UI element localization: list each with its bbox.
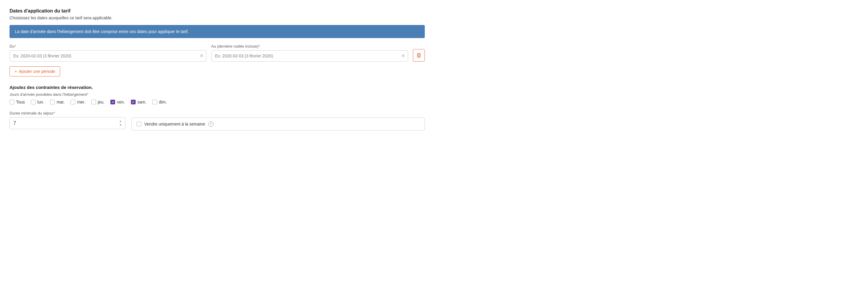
spinner-buttons: ▲ ▼ — [118, 120, 123, 127]
main-container: Dates d'application du tarif Choisissez … — [0, 0, 434, 139]
day-checkbox-mer[interactable] — [70, 100, 75, 104]
day-checkbox-tous[interactable] — [9, 100, 14, 104]
spinner-up[interactable]: ▲ — [118, 120, 123, 123]
day-label-lun: lun. — [37, 100, 44, 104]
day-label-jeu: jeu. — [98, 100, 105, 104]
au-clear-icon[interactable]: ✕ — [401, 54, 405, 58]
day-item-dim[interactable]: dim. — [152, 100, 166, 104]
day-checkbox-ven[interactable] — [111, 100, 115, 104]
sell-weekly-checkbox[interactable] — [136, 122, 141, 126]
day-label-tous: Tous — [16, 100, 25, 104]
duration-field: Durée minimale du séjour* ▲ ▼ — [9, 111, 126, 129]
au-label: Au (dernière nuitée incluse)* — [211, 44, 408, 48]
days-row: Touslun.mar.mer.jeu.ven.sam.dim. — [9, 100, 425, 104]
au-required: * — [258, 44, 260, 48]
sell-weekly-label: Vendre uniquement à la semaine — [144, 122, 205, 126]
arrival-required: * — [87, 92, 88, 97]
day-item-tous[interactable]: Tous — [9, 100, 25, 104]
add-period-button[interactable]: + Ajouter une période — [9, 66, 60, 76]
spinner-down[interactable]: ▼ — [118, 124, 123, 127]
sell-weekly-field[interactable]: Vendre uniquement à la semaine ? — [131, 118, 425, 131]
day-checkbox-mar[interactable] — [50, 100, 55, 104]
help-icon[interactable]: ? — [208, 121, 214, 127]
add-period-label: Ajouter une période — [19, 69, 55, 74]
day-item-sam[interactable]: sam. — [131, 100, 146, 104]
trash-icon — [416, 53, 421, 58]
au-field: Au (dernière nuitée incluse)* ✕ — [211, 44, 408, 62]
day-checkbox-jeu[interactable] — [91, 100, 96, 104]
duration-input[interactable] — [9, 117, 126, 129]
day-item-lun[interactable]: lun. — [31, 100, 44, 104]
section-subtitle: Choisissez les dates auxquelles ce tarif… — [9, 15, 425, 20]
day-label-mar: mar. — [57, 100, 65, 104]
du-input-wrapper: ✕ — [9, 50, 207, 62]
arrival-days-label: Jours d'arrivée possibles dans l'héberge… — [9, 92, 425, 97]
du-field: Du* ✕ — [9, 44, 207, 62]
au-input-wrapper: ✕ — [211, 50, 408, 62]
day-label-dim: dim. — [159, 100, 166, 104]
day-checkbox-sam[interactable] — [131, 100, 136, 104]
du-input[interactable] — [9, 50, 207, 62]
au-input[interactable] — [211, 50, 408, 62]
du-required: * — [14, 44, 16, 48]
day-label-ven: ven. — [117, 100, 125, 104]
day-label-sam: sam. — [137, 100, 146, 104]
day-checkbox-dim[interactable] — [152, 100, 157, 104]
duration-input-wrapper: ▲ ▼ — [9, 117, 126, 129]
day-item-ven[interactable]: ven. — [111, 100, 125, 104]
day-label-mer: mer. — [77, 100, 85, 104]
delete-period-button[interactable] — [413, 49, 425, 62]
day-item-mar[interactable]: mar. — [50, 100, 65, 104]
duration-section: Durée minimale du séjour* ▲ ▼ Vendre uni… — [9, 111, 425, 131]
constraints-title: Ajoutez des contraintes de réservation. — [9, 85, 425, 90]
duration-label: Durée minimale du séjour* — [9, 111, 126, 116]
section-title: Dates d'application du tarif — [9, 8, 425, 14]
add-period-icon: + — [14, 69, 17, 74]
day-item-mer[interactable]: mer. — [70, 100, 85, 104]
du-clear-icon[interactable]: ✕ — [199, 54, 204, 58]
du-label: Du* — [9, 44, 207, 48]
duration-required: * — [54, 111, 55, 116]
date-row: Du* ✕ Au (dernière nuitée incluse)* ✕ — [9, 44, 425, 62]
day-checkbox-lun[interactable] — [31, 100, 36, 104]
info-banner: La date d'arrivée dans l'hébergement doi… — [9, 25, 425, 38]
day-item-jeu[interactable]: jeu. — [91, 100, 105, 104]
